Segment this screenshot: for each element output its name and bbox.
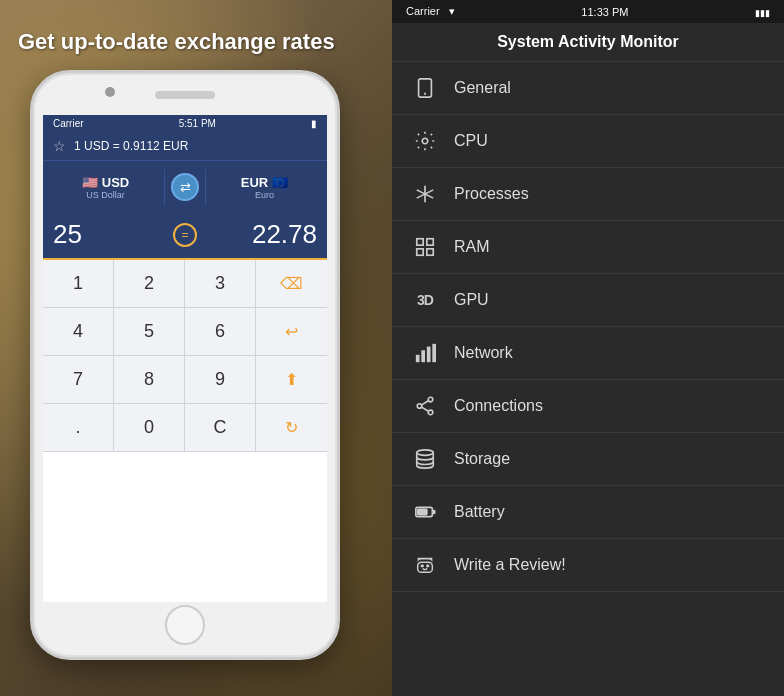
exchange-rate: 1 USD = 0.9112 EUR bbox=[74, 139, 188, 153]
key-9[interactable]: 9 bbox=[185, 356, 256, 404]
svg-line-18 bbox=[422, 407, 429, 411]
phone-screen: Carrier 5:51 PM ▮ ☆ 1 USD = 0.9112 EUR 🇺… bbox=[43, 115, 327, 602]
phone-camera bbox=[105, 87, 115, 97]
database-icon bbox=[412, 446, 438, 472]
phone-time: 5:51 PM bbox=[179, 118, 216, 129]
currency-to-display: EUR 🇪🇺 bbox=[241, 175, 288, 190]
amount-to: 22.78 bbox=[205, 219, 317, 250]
svg-point-14 bbox=[428, 397, 433, 402]
code-to: EUR bbox=[241, 175, 268, 190]
svg-rect-6 bbox=[417, 239, 423, 245]
menu-label-connections: Connections bbox=[454, 397, 543, 415]
key-4[interactable]: 4 bbox=[43, 308, 114, 356]
right-time: 11:33 PM bbox=[581, 6, 628, 18]
phone-battery-icon: ▮ bbox=[311, 118, 317, 129]
menu-item-storage[interactable]: Storage bbox=[392, 433, 784, 486]
menu-item-network[interactable]: Network bbox=[392, 327, 784, 380]
right-status-bar: Carrier ▾ 11:33 PM ▮▮▮ bbox=[392, 0, 784, 23]
name-to: Euro bbox=[255, 190, 274, 200]
svg-point-19 bbox=[417, 450, 434, 456]
key-6[interactable]: 6 bbox=[185, 308, 256, 356]
home-button[interactable] bbox=[165, 605, 205, 645]
menu-label-processes: Processes bbox=[454, 185, 529, 203]
svg-rect-23 bbox=[418, 562, 433, 572]
key-8[interactable]: 8 bbox=[114, 356, 185, 404]
menu-label-network: Network bbox=[454, 344, 513, 362]
headline: Get up-to-date exchange rates bbox=[18, 28, 335, 57]
svg-point-24 bbox=[421, 565, 423, 567]
grid-icon bbox=[412, 234, 438, 260]
phone-mockup: Carrier 5:51 PM ▮ ☆ 1 USD = 0.9112 EUR 🇺… bbox=[30, 70, 340, 660]
currency-divider bbox=[164, 169, 165, 205]
svg-rect-10 bbox=[416, 355, 420, 362]
menu-item-connections[interactable]: Connections bbox=[392, 380, 784, 433]
key-share[interactable]: ⬆ bbox=[256, 356, 327, 404]
app-title: System Activity Monitor bbox=[392, 23, 784, 62]
svg-rect-11 bbox=[421, 350, 425, 362]
svg-rect-8 bbox=[417, 249, 423, 255]
amount-row: 25 = 22.78 bbox=[43, 213, 327, 260]
menu-item-general[interactable]: General bbox=[392, 62, 784, 115]
favorite-icon[interactable]: ☆ bbox=[53, 138, 66, 154]
svg-rect-12 bbox=[427, 347, 431, 363]
menu-label-gpu: GPU bbox=[454, 291, 489, 309]
currency-from-block[interactable]: 🇺🇸 USD US Dollar bbox=[53, 175, 158, 200]
key-0[interactable]: 0 bbox=[114, 404, 185, 452]
key-2[interactable]: 2 bbox=[114, 260, 185, 308]
currency-from-display: 🇺🇸 USD bbox=[82, 175, 129, 190]
keypad: 1 2 3 ⌫ 4 5 6 ↩ 7 8 9 ⬆ . 0 C ↻ bbox=[43, 260, 327, 452]
phone-speaker bbox=[155, 91, 215, 99]
svg-point-2 bbox=[422, 138, 428, 144]
phone-status-bar: Carrier 5:51 PM ▮ bbox=[43, 115, 327, 132]
phone-carrier: Carrier bbox=[53, 118, 84, 129]
key-5[interactable]: 5 bbox=[114, 308, 185, 356]
svg-point-15 bbox=[417, 404, 422, 409]
equals-sign: = bbox=[173, 223, 197, 247]
menu-item-review[interactable]: Write a Review! bbox=[392, 539, 784, 592]
menu-label-review: Write a Review! bbox=[454, 556, 566, 574]
menu-label-cpu: CPU bbox=[454, 132, 488, 150]
currency-divider-2 bbox=[205, 169, 206, 205]
menu-item-cpu[interactable]: CPU bbox=[392, 115, 784, 168]
battery-icon bbox=[412, 499, 438, 525]
key-clear[interactable]: C bbox=[185, 404, 256, 452]
menu-item-processes[interactable]: Processes bbox=[392, 168, 784, 221]
svg-rect-13 bbox=[432, 344, 436, 362]
right-carrier: Carrier ▾ bbox=[406, 5, 455, 18]
menu-item-battery[interactable]: Battery bbox=[392, 486, 784, 539]
menu-item-ram[interactable]: RAM bbox=[392, 221, 784, 274]
menu-label-general: General bbox=[454, 79, 511, 97]
phone-outer: Carrier 5:51 PM ▮ ☆ 1 USD = 0.9112 EUR 🇺… bbox=[30, 70, 340, 660]
code-from: USD bbox=[102, 175, 129, 190]
svg-point-25 bbox=[427, 565, 429, 567]
share-icon bbox=[412, 393, 438, 419]
gear-icon bbox=[412, 128, 438, 154]
key-undo[interactable]: ↩ bbox=[256, 308, 327, 356]
menu-list: General CPU Processes bbox=[392, 62, 784, 696]
asterisk-icon bbox=[412, 181, 438, 207]
svg-line-17 bbox=[422, 401, 429, 405]
key-dot[interactable]: . bbox=[43, 404, 114, 452]
svg-point-16 bbox=[428, 410, 433, 415]
right-panel: Carrier ▾ 11:33 PM ▮▮▮ System Activity M… bbox=[392, 0, 784, 696]
menu-label-storage: Storage bbox=[454, 450, 510, 468]
key-refresh[interactable]: ↻ bbox=[256, 404, 327, 452]
key-1[interactable]: 1 bbox=[43, 260, 114, 308]
key-3[interactable]: 3 bbox=[185, 260, 256, 308]
chart-bar-icon bbox=[412, 340, 438, 366]
menu-label-ram: RAM bbox=[454, 238, 490, 256]
rate-display-bar: ☆ 1 USD = 0.9112 EUR bbox=[43, 132, 327, 161]
3d-icon: 3D bbox=[412, 287, 438, 313]
currency-to-block[interactable]: EUR 🇪🇺 Euro bbox=[212, 175, 317, 200]
swap-button[interactable]: ⇄ bbox=[171, 173, 199, 201]
menu-item-gpu[interactable]: 3D GPU bbox=[392, 274, 784, 327]
right-battery: ▮▮▮ bbox=[755, 6, 770, 18]
name-from: US Dollar bbox=[86, 190, 125, 200]
tablet-icon bbox=[412, 75, 438, 101]
key-7[interactable]: 7 bbox=[43, 356, 114, 404]
key-backspace[interactable]: ⌫ bbox=[256, 260, 327, 308]
amount-from: 25 bbox=[53, 219, 165, 250]
svg-rect-7 bbox=[427, 239, 433, 245]
menu-label-battery: Battery bbox=[454, 503, 505, 521]
currency-selector-row: 🇺🇸 USD US Dollar ⇄ EUR 🇪🇺 Euro bbox=[43, 161, 327, 213]
